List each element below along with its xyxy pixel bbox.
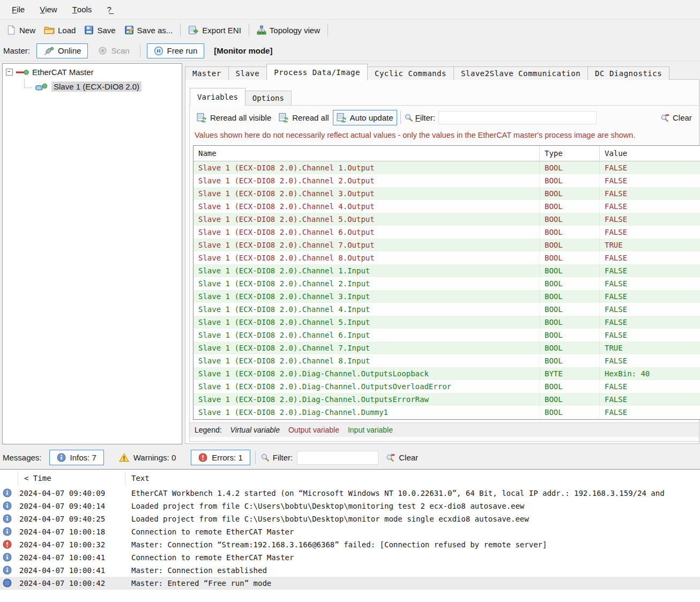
column-header-type[interactable]: Type bbox=[540, 146, 600, 161]
warnings-toggle-button[interactable]: Warnings: 0 bbox=[111, 450, 183, 465]
variable-row[interactable]: Slave 1 (ECX-DIO8 2.0).Channel 7.OutputB… bbox=[193, 239, 700, 251]
collapse-icon[interactable] bbox=[6, 69, 13, 76]
variables-table: Name Type Value Slave 1 (ECX-DIO8 2.0).C… bbox=[193, 145, 700, 420]
log-row[interactable]: 2024-04-07 10:00:41Connection to remote … bbox=[0, 551, 700, 564]
subtab-options[interactable]: Options bbox=[245, 91, 292, 105]
slave-device-icon: cs bbox=[35, 83, 49, 91]
log-text: Loaded project from file C:\Users\bobtu\… bbox=[131, 515, 700, 523]
variable-row[interactable]: Slave 1 (ECX-DIO8 2.0).Channel 8.InputBO… bbox=[193, 354, 700, 367]
variable-row[interactable]: Slave 1 (ECX-DIO8 2.0).Diag-Channel.Outp… bbox=[193, 380, 700, 393]
variable-name: Slave 1 (ECX-DIO8 2.0).Channel 5.Output bbox=[193, 213, 540, 226]
reread-all-visible-button[interactable]: Reread all visible bbox=[193, 110, 275, 125]
new-button-label: New bbox=[19, 26, 35, 35]
variable-name: Slave 1 (ECX-DIO8 2.0).Channel 6.Input bbox=[193, 329, 540, 341]
variable-row[interactable]: Slave 1 (ECX-DIO8 2.0).Channel 6.OutputB… bbox=[193, 226, 700, 239]
scan-button[interactable]: Scan bbox=[91, 43, 136, 58]
variable-value: FALSE bbox=[600, 251, 700, 264]
variable-row[interactable]: Slave 1 (ECX-DIO8 2.0).Channel 2.OutputB… bbox=[193, 174, 700, 187]
legend-virtual-variable: Virtual variable bbox=[230, 426, 280, 434]
variable-type: BOOL bbox=[540, 290, 600, 303]
legend-label: Legend: bbox=[195, 426, 222, 434]
info-icon bbox=[3, 514, 12, 523]
errors-toggle-button[interactable]: Errors: 1 bbox=[191, 450, 250, 465]
variable-row[interactable]: Slave 1 (ECX-DIO8 2.0).Diag-Channel.Dumm… bbox=[193, 406, 700, 419]
tab-master[interactable]: Master bbox=[185, 66, 229, 80]
variable-name: Slave 1 (ECX-DIO8 2.0).Channel 5.Input bbox=[193, 316, 540, 329]
variable-row[interactable]: Slave 1 (ECX-DIO8 2.0).Channel 5.InputBO… bbox=[193, 316, 700, 329]
variable-row[interactable]: Slave 1 (ECX-DIO8 2.0).Channel 5.OutputB… bbox=[193, 213, 700, 226]
tree-item-slave-1[interactable]: cs Slave 1 (ECX-DIO8 2.0) bbox=[24, 81, 142, 92]
log-row[interactable]: 2024-04-07 10:00:41Master: Connection es… bbox=[0, 564, 700, 577]
variable-type: BOOL bbox=[540, 303, 600, 316]
log-text: Loaded project from file C:\Users\bobtu\… bbox=[131, 502, 700, 510]
menu-item-tools[interactable]: T̲ools bbox=[65, 2, 100, 17]
variable-row[interactable]: Slave 1 (ECX-DIO8 2.0).Channel 1.OutputB… bbox=[193, 161, 700, 174]
log-row[interactable]: 2024-04-07 09:40:14Loaded project from f… bbox=[0, 500, 700, 512]
log-row[interactable]: 2024-04-07 09:40:09EtherCAT Workbench 1.… bbox=[0, 487, 700, 500]
variable-row[interactable]: Slave 1 (ECX-DIO8 2.0).Channel 3.InputBO… bbox=[193, 290, 700, 303]
variable-row[interactable]: Slave 1 (ECX-DIO8 2.0).Diag-Channel.Outp… bbox=[193, 367, 700, 380]
variables-filter-input[interactable] bbox=[438, 111, 597, 124]
tab-process-data-image[interactable]: Process Data/Image bbox=[266, 64, 368, 80]
log-column-time[interactable]: < Time bbox=[24, 474, 51, 482]
tree-item-ethercat-master[interactable]: EtherCAT Master bbox=[6, 68, 93, 77]
log-text: Master: Entered “Free run” mode bbox=[131, 579, 700, 588]
online-button[interactable]: Online bbox=[36, 43, 88, 58]
save-as-button[interactable]: Save as... bbox=[120, 23, 177, 38]
search-icon bbox=[260, 453, 270, 462]
column-header-name[interactable]: Name bbox=[193, 146, 540, 161]
menu-bar: F̲ileV̲iewT̲ools?̲ bbox=[0, 0, 700, 19]
log-column-text[interactable]: Text bbox=[131, 474, 150, 482]
log-row[interactable]: 2024-04-07 10:00:18Connection to remote … bbox=[0, 525, 700, 538]
variable-row[interactable]: Slave 1 (ECX-DIO8 2.0).Channel 4.OutputB… bbox=[193, 200, 700, 213]
log-time: 2024-04-07 10:00:42 bbox=[19, 579, 105, 588]
message-log: < Time Text 2024-04-07 09:40:09EtherCAT … bbox=[0, 469, 700, 602]
variable-row[interactable]: Slave 1 (ECX-DIO8 2.0).Channel 1.InputBO… bbox=[193, 264, 700, 277]
tab-slave2slave-communication[interactable]: Slave2Slave Communication bbox=[453, 66, 588, 80]
messages-clear-button[interactable]: Clear bbox=[383, 451, 421, 464]
log-row[interactable]: 2024-04-07 10:00:32Master: Connection “S… bbox=[0, 538, 700, 551]
messages-clear-label: Clear bbox=[399, 453, 418, 462]
log-column-separator[interactable] bbox=[125, 471, 125, 486]
new-button[interactable]: New bbox=[2, 23, 40, 38]
variable-type: BOOL bbox=[540, 316, 600, 329]
variable-name: Slave 1 (ECX-DIO8 2.0).Channel 7.Input bbox=[193, 341, 540, 354]
log-row[interactable]: 2024-04-07 09:40:25Loaded project from f… bbox=[0, 512, 700, 525]
log-row[interactable]: 2024-04-07 10:00:42Master: Entered “Free… bbox=[0, 577, 700, 590]
menu-item-help[interactable]: ?̲ bbox=[99, 2, 118, 17]
variable-row[interactable]: Slave 1 (ECX-DIO8 2.0).Channel 4.InputBO… bbox=[193, 303, 700, 316]
topology-view-button[interactable]: Topology view bbox=[252, 23, 324, 38]
menu-item-file[interactable]: F̲ile bbox=[4, 2, 32, 17]
save-button[interactable]: Save bbox=[80, 23, 120, 38]
variables-table-body: Slave 1 (ECX-DIO8 2.0).Channel 1.OutputB… bbox=[193, 161, 700, 419]
variable-value: FALSE bbox=[600, 303, 700, 316]
reread-all-button[interactable]: Reread all bbox=[275, 110, 332, 125]
variable-value: FALSE bbox=[600, 406, 700, 419]
variable-type: BOOL bbox=[540, 200, 600, 213]
log-time: 2024-04-07 10:00:32 bbox=[19, 540, 105, 549]
column-header-value[interactable]: Value bbox=[600, 146, 700, 161]
variable-row[interactable]: Slave 1 (ECX-DIO8 2.0).Channel 6.InputBO… bbox=[193, 329, 700, 341]
log-column-separator[interactable] bbox=[18, 471, 18, 486]
messages-filter-input[interactable] bbox=[297, 451, 378, 465]
variable-row[interactable]: Slave 1 (ECX-DIO8 2.0).Channel 3.OutputB… bbox=[193, 187, 700, 200]
menu-item-view[interactable]: V̲iew bbox=[32, 2, 65, 17]
variable-row[interactable]: Slave 1 (ECX-DIO8 2.0).Channel 8.OutputB… bbox=[193, 251, 700, 264]
filter-label: F̲ilter: bbox=[415, 113, 436, 122]
variable-row[interactable]: Slave 1 (ECX-DIO8 2.0).Channel 7.InputBO… bbox=[193, 341, 700, 354]
load-button[interactable]: Load bbox=[40, 23, 80, 38]
tab-dc-diagnostics[interactable]: DC Diagnostics bbox=[587, 66, 669, 80]
variable-type: BOOL bbox=[540, 329, 600, 341]
free-run-button[interactable]: Free run bbox=[147, 43, 205, 58]
log-text: Master: Connection “Stream:192.168.3.166… bbox=[131, 540, 700, 549]
infos-toggle-button[interactable]: Infos: 7 bbox=[49, 450, 104, 465]
tab-cyclic-commands[interactable]: Cyclic Commands bbox=[367, 66, 454, 80]
tab-slave[interactable]: Slave bbox=[228, 66, 267, 80]
variable-value: FALSE bbox=[600, 393, 700, 406]
subtab-variables[interactable]: Variables bbox=[190, 88, 245, 106]
variable-row[interactable]: Slave 1 (ECX-DIO8 2.0).Diag-Channel.Outp… bbox=[193, 393, 700, 406]
export-eni-button[interactable]: Export ENI bbox=[184, 23, 245, 38]
variable-row[interactable]: Slave 1 (ECX-DIO8 2.0).Channel 2.InputBO… bbox=[193, 277, 700, 290]
variables-clear-button[interactable]: Clear bbox=[660, 113, 692, 122]
auto-update-button[interactable]: Auto update bbox=[333, 110, 397, 125]
